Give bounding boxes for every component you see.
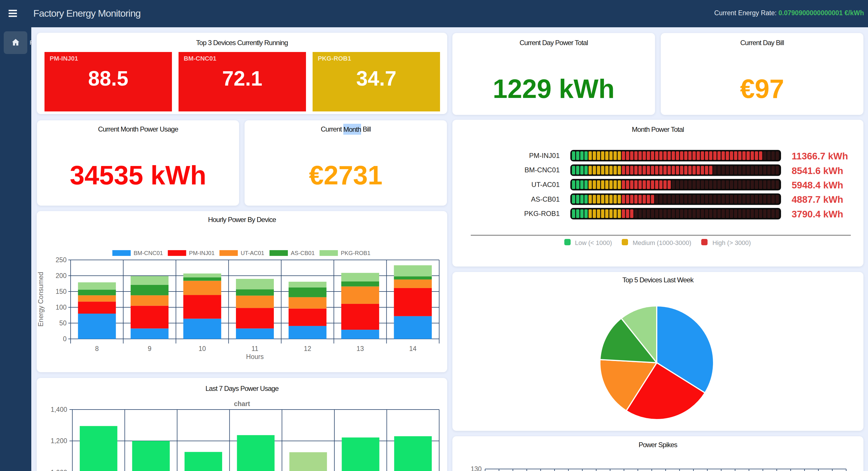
svg-text:1,200: 1,200	[51, 437, 67, 445]
svg-text:14: 14	[409, 345, 417, 352]
svg-text:1,400: 1,400	[51, 406, 67, 413]
svg-text:UT-AC01: UT-AC01	[241, 250, 265, 256]
svg-text:11: 11	[251, 345, 258, 352]
svg-text:9: 9	[148, 345, 152, 352]
svg-text:BM-CNC01: BM-CNC01	[133, 250, 163, 256]
svg-text:250: 250	[56, 256, 67, 264]
svg-text:12: 12	[304, 345, 311, 352]
svg-text:10: 10	[198, 345, 206, 352]
svg-text:Hours: Hours	[246, 353, 264, 360]
svg-text:150: 150	[56, 288, 67, 295]
svg-text:AS-CB01: AS-CB01	[291, 250, 315, 256]
svg-text:200: 200	[56, 272, 67, 279]
svg-text:Energy Consumed: Energy Consumed	[37, 272, 44, 327]
svg-text:PKG-ROB1: PKG-ROB1	[341, 250, 370, 256]
svg-text:0: 0	[63, 335, 67, 343]
svg-text:100: 100	[56, 303, 67, 311]
svg-text:1,000: 1,000	[51, 469, 67, 471]
svg-text:PM-INJ01: PM-INJ01	[189, 250, 215, 256]
svg-text:8: 8	[95, 345, 99, 352]
svg-text:130: 130	[471, 465, 482, 471]
svg-text:50: 50	[59, 319, 67, 327]
svg-text:13: 13	[356, 345, 364, 352]
